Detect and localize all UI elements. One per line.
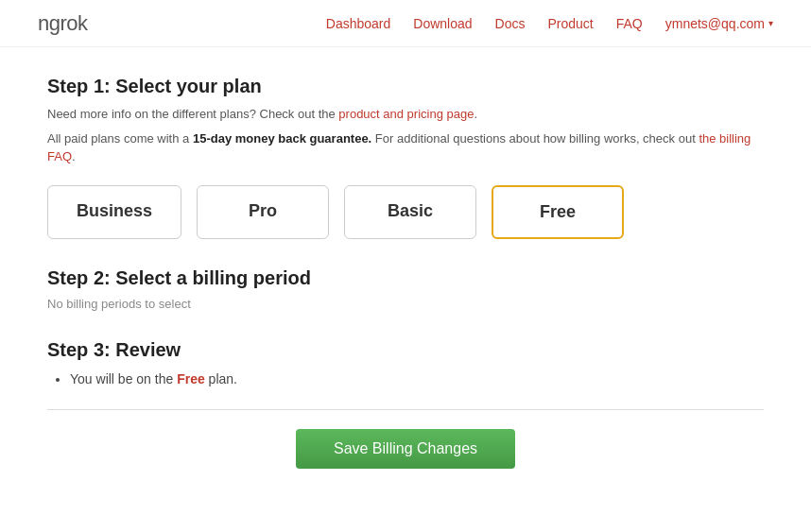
step1-desc1-post: .: [474, 107, 477, 121]
nav-dashboard[interactable]: Dashboard: [326, 16, 391, 31]
nav-download[interactable]: Download: [413, 16, 472, 31]
step1-heading: Step 1: Select your plan: [47, 76, 764, 97]
plan-card-pro[interactable]: Pro: [197, 185, 329, 239]
plan-card-free[interactable]: Free: [492, 185, 624, 239]
step1-description2: All paid plans come with a 15-day money …: [47, 129, 764, 166]
main-content: Step 1: Select your plan Need more info …: [0, 47, 811, 506]
step1-desc1-pre: Need more info on the different plans? C…: [47, 107, 338, 121]
review-plan: Free: [177, 371, 205, 386]
step1-section: Step 1: Select your plan Need more info …: [47, 76, 764, 239]
step1-desc2-mid: For additional questions about how billi…: [371, 131, 699, 146]
guarantee-bold: 15-day money back guarantee.: [193, 131, 371, 146]
main-nav: Dashboard Download Docs Product FAQ ymne…: [326, 16, 773, 31]
nav-docs[interactable]: Docs: [495, 16, 526, 31]
step1-description1: Need more info on the different plans? C…: [47, 105, 764, 124]
review-post: plan.: [205, 371, 237, 386]
step3-section: Step 3: Review You will be on the Free p…: [47, 339, 764, 391]
step2-heading: Step 2: Select a billing period: [47, 267, 764, 289]
step2-section: Step 2: Select a billing period No billi…: [47, 267, 764, 311]
step3-heading: Step 3: Review: [47, 339, 764, 361]
review-item: You will be on the Free plan.: [70, 369, 764, 391]
user-menu[interactable]: ymnets@qq.com ▾: [665, 16, 773, 31]
step1-desc2-pre: All paid plans come with a: [47, 131, 193, 146]
plan-card-basic[interactable]: Basic: [344, 185, 476, 239]
review-pre: You will be on the: [70, 371, 177, 386]
review-list: You will be on the Free plan.: [47, 369, 764, 391]
nav-faq[interactable]: FAQ: [616, 16, 643, 31]
plan-cards: Business Pro Basic Free: [47, 185, 764, 239]
save-btn-container: Save Billing Changes: [47, 429, 764, 469]
section-divider: [47, 409, 764, 410]
step1-desc2-post: .: [72, 149, 76, 163]
user-email: ymnets@qq.com: [665, 16, 765, 31]
no-billing-text: No billing periods to select: [47, 297, 764, 311]
nav-product[interactable]: Product: [547, 16, 593, 31]
header: ngrok Dashboard Download Docs Product FA…: [0, 0, 811, 47]
plan-card-business[interactable]: Business: [47, 185, 181, 239]
pricing-page-link[interactable]: product and pricing page: [338, 107, 474, 121]
save-billing-button[interactable]: Save Billing Changes: [296, 429, 515, 469]
logo: ngrok: [38, 11, 88, 36]
chevron-down-icon: ▾: [768, 18, 773, 28]
